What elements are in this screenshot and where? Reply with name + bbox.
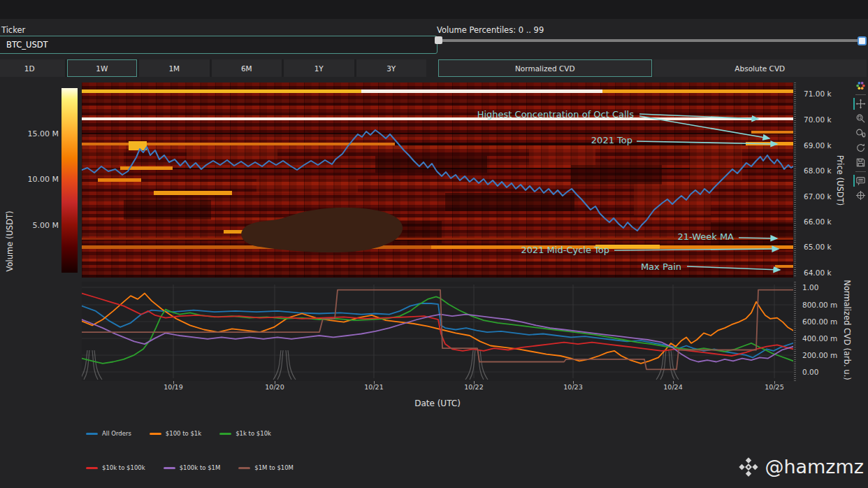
legend-swatch xyxy=(219,433,231,435)
cvd-axis-minor-ticks xyxy=(794,282,796,381)
colorbar-tick-label: 10.00 M xyxy=(11,175,59,185)
legend-swatch xyxy=(164,467,175,469)
cvd-tick-label: 200.00 m xyxy=(802,350,837,360)
legend-row-2: $10k to $100k$100k to $1M$1M to $10M xyxy=(86,464,294,471)
bokeh-logo-icon[interactable] xyxy=(853,78,868,93)
date-tick-label: 10/25 xyxy=(760,383,788,391)
slider-handle-max[interactable] xyxy=(858,36,867,45)
colorbar-tick-label: 15.00 M xyxy=(11,129,59,139)
annotation-21-week-ma: 21-Week MA xyxy=(677,231,734,242)
volume-heatmap-plot[interactable]: Highest Concentration of Oct Calls2021 T… xyxy=(82,82,793,278)
legend-item-1k-to-10k: $1k to $10k xyxy=(219,430,271,437)
slider-track[interactable] xyxy=(436,39,862,42)
legend-item-1m-to-10m: $1M to $10M xyxy=(238,464,294,471)
crosshair-icon[interactable] xyxy=(853,188,868,203)
date-tick-label: 10/23 xyxy=(559,383,587,391)
date-tick-label: 10/22 xyxy=(460,383,488,391)
wheel-zoom-icon[interactable] xyxy=(853,126,868,141)
toolbar-divider xyxy=(855,171,866,172)
price-axis-minor-ticks xyxy=(794,82,796,278)
cvd-axis-title: Normalized CVD (arb. u.) xyxy=(842,271,852,389)
annotation-highest-concentration-of-oct-calls: Highest Concentration of Oct Calls xyxy=(477,109,635,120)
binance-logo-icon xyxy=(738,457,759,478)
slider-handle-min[interactable] xyxy=(435,36,442,44)
colorbar-tick-label: 5.00 M xyxy=(11,221,59,231)
toolbar-divider xyxy=(855,94,866,95)
watermark: @hamzmz xyxy=(738,456,864,478)
cvd-plot[interactable] xyxy=(82,282,793,381)
legend-swatch xyxy=(238,467,250,469)
top-strip xyxy=(0,0,868,19)
volume-percentiles-label: Volume Percentiles: 0 .. 99 xyxy=(437,25,544,35)
legend-label: $100k to $1M xyxy=(180,464,221,471)
pan-icon[interactable] xyxy=(853,96,868,111)
box-zoom-icon[interactable] xyxy=(853,111,868,126)
legend-row-1: All Orders$100 to $1k$1k to $10k xyxy=(86,430,271,437)
legend-label: $1k to $10k xyxy=(236,430,271,437)
legend-item-all-orders: All Orders xyxy=(86,430,131,437)
legend-swatch xyxy=(150,433,161,435)
legend-item-100k-to-1m: $100k to $1M xyxy=(164,464,221,471)
hover-icon[interactable] xyxy=(853,173,868,188)
watermark-text: @hamzmz xyxy=(765,456,864,478)
legend-label: $100 to $1k xyxy=(166,430,201,437)
normalized-cvd-button[interactable]: Normalized CVD xyxy=(438,59,652,77)
timeframe-button-3y[interactable]: 3Y xyxy=(356,59,427,77)
cvd-tick-label: 1.00 xyxy=(802,282,818,292)
timeframe-button-1y[interactable]: 1Y xyxy=(284,59,354,77)
legend-label: All Orders xyxy=(102,430,131,437)
date-tick-label: 10/19 xyxy=(159,383,187,391)
legend-label: $1M to $10M xyxy=(254,464,294,471)
legend-item-100-to-1k: $100 to $1k xyxy=(150,430,201,437)
timeframe-button-1m[interactable]: 1M xyxy=(139,59,210,77)
cvd-tick-label: 400.00 m xyxy=(802,333,837,343)
date-tick-label: 10/24 xyxy=(659,383,687,391)
annotation-2021-top: 2021 Top xyxy=(591,135,632,145)
legend-swatch xyxy=(86,467,98,469)
cvd-tick-label: 600.00 m xyxy=(802,317,837,326)
date-axis-title: Date (UTC) xyxy=(391,399,484,408)
save-icon[interactable] xyxy=(853,155,868,170)
date-tick-label: 10/21 xyxy=(360,383,388,391)
colorbar xyxy=(62,88,78,273)
timeframe-button-1w[interactable]: 1W xyxy=(67,59,138,77)
cvd-axis-ticks: 1.00800.00 m600.00 m400.00 m200.00 m0.00 xyxy=(802,0,844,488)
legend-item-10k-to-100k: $10k to $100k xyxy=(86,464,145,471)
legend-label: $10k to $100k xyxy=(102,464,145,471)
annotation-2021-mid-cycle-top: 2021 Mid-Cycle Top xyxy=(521,245,609,255)
cvd-tick-label: 0.00 xyxy=(802,367,818,377)
reset-icon[interactable] xyxy=(853,141,868,155)
date-tick-label: 10/20 xyxy=(261,383,289,391)
timeframe-group: 1D1W1M6M1Y3Y xyxy=(0,59,426,77)
annotation-max-pain: Max Pain xyxy=(641,261,681,272)
plot-toolbar xyxy=(853,78,868,203)
cvd-tick-label: 800.00 m xyxy=(802,300,837,310)
timeframe-button-6m[interactable]: 6M xyxy=(212,59,282,77)
colorbar-ticks: 15.00 M10.00 M5.00 M xyxy=(11,0,59,488)
dashboard: Ticker 1D1W1M6M1Y3Y Volume Percentiles: … xyxy=(0,0,868,488)
ticker-input[interactable] xyxy=(0,36,437,54)
legend-swatch xyxy=(86,433,98,435)
